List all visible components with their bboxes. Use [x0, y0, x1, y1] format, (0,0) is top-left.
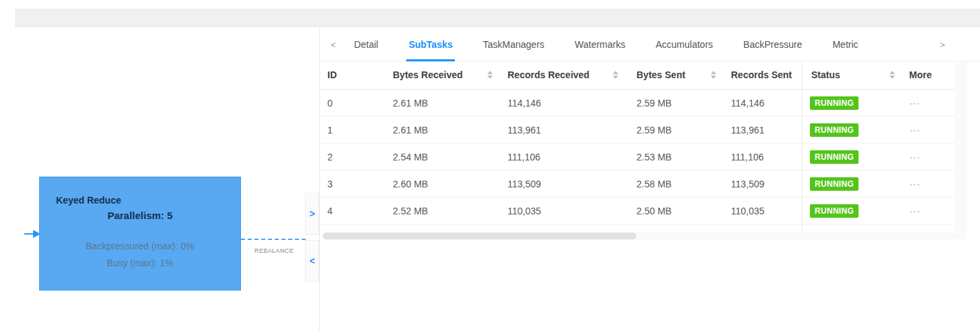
- cell-bytes-received: 2.61 MB: [393, 98, 428, 109]
- node-parallelism: Parallelism: 5: [40, 210, 240, 221]
- node-backpressured: Backpressured (max): 0%: [40, 241, 240, 251]
- cell-bytes-received: 2.60 MB: [393, 179, 428, 189]
- cell-records-received: 113,509: [508, 179, 541, 189]
- cell-records-received: 113,961: [508, 125, 541, 136]
- table-row: 1 2.61 MB 113,961 2.59 MB 113,961 RUNNIN…: [320, 117, 955, 144]
- status-badge: RUNNING: [810, 177, 859, 191]
- more-actions-button[interactable]: ···: [910, 98, 921, 108]
- column-header-more: More: [909, 69, 931, 80]
- tab-taskmanagers[interactable]: TaskManagers: [483, 28, 545, 61]
- subtasks-table-body: 0 2.61 MB 114,146 2.59 MB 114,146 RUNNIN…: [320, 90, 967, 224]
- tab-subtasks[interactable]: SubTasks: [408, 28, 452, 61]
- horizontal-scrollbar-track[interactable]: [323, 232, 955, 240]
- sort-icon[interactable]: [487, 71, 493, 79]
- tabs-scroll-next-icon[interactable]: >: [940, 40, 945, 50]
- cell-id: 0: [327, 98, 333, 109]
- cell-bytes-received: 2.52 MB: [393, 206, 428, 216]
- table-row: 4 2.52 MB 110,035 2.50 MB 110,035 RUNNIN…: [320, 198, 955, 224]
- cell-bytes-received: 2.54 MB: [393, 152, 428, 162]
- cell-records-received: 111,106: [508, 152, 541, 162]
- cell-records-received: 114,146: [508, 98, 541, 109]
- flink-job-detail-screen: Keyed Reduce Parallelism: 5 Backpressure…: [0, 0, 980, 331]
- node-title: Keyed Reduce: [56, 195, 121, 206]
- caret-up-icon: [487, 71, 493, 74]
- sort-icon[interactable]: [890, 71, 895, 79]
- sort-icon[interactable]: [711, 71, 716, 79]
- horizontal-scrollbar-thumb[interactable]: [323, 233, 636, 239]
- cell-id: 3: [327, 179, 333, 189]
- cell-id: 2: [327, 152, 333, 162]
- cell-id: 1: [327, 125, 333, 136]
- cell-records-sent: 111,106: [731, 152, 764, 162]
- status-badge: RUNNING: [810, 204, 859, 218]
- cell-bytes-sent: 2.59 MB: [636, 125, 672, 136]
- job-vertex-node[interactable]: Keyed Reduce Parallelism: 5 Backpressure…: [39, 177, 241, 291]
- tab-watermarks[interactable]: Watermarks: [575, 28, 626, 61]
- cell-records-sent: 113,961: [731, 125, 765, 136]
- status-badge: RUNNING: [810, 96, 859, 110]
- table-row: 2 2.54 MB 111,106 2.53 MB 111,106 RUNNIN…: [320, 144, 955, 171]
- tabs-scroll-prev-icon[interactable]: <: [331, 40, 336, 50]
- fixed-column-divider: [802, 61, 802, 240]
- top-header-bar: [15, 9, 980, 27]
- detail-tab-bar: < Detail SubTasks TaskManagers Watermark…: [320, 28, 980, 61]
- column-header-id: ID: [327, 69, 337, 80]
- column-header-records-received: Records Received: [508, 69, 589, 80]
- chevron-right-icon: >: [309, 208, 315, 219]
- tab-metric[interactable]: Metric: [832, 28, 858, 61]
- collapse-panel-button[interactable]: <: [305, 240, 319, 282]
- column-header-bytes-sent: Bytes Sent: [636, 69, 685, 80]
- cell-records-sent: 110,035: [731, 206, 765, 216]
- caret-down-icon: [613, 76, 618, 79]
- table-row: 0 2.61 MB 114,146 2.59 MB 114,146 RUNNIN…: [320, 90, 955, 117]
- subtasks-table-header: ID Bytes Received Records Received Bytes…: [320, 61, 967, 90]
- cell-records-received: 110,035: [508, 206, 541, 216]
- tabs-list: Detail SubTasks TaskManagers Watermarks …: [354, 28, 859, 61]
- more-actions-button[interactable]: ···: [910, 152, 921, 162]
- more-actions-button[interactable]: ···: [910, 125, 921, 135]
- edge-rebalance-label: REBALANCE: [254, 247, 294, 254]
- cell-bytes-received: 2.61 MB: [393, 125, 428, 136]
- output-edge-dashed-line: [241, 239, 306, 240]
- table-row: 3 2.60 MB 113,509 2.58 MB 113,509 RUNNIN…: [320, 171, 955, 198]
- caret-down-icon: [711, 76, 716, 79]
- cell-bytes-sent: 2.53 MB: [636, 152, 672, 162]
- tab-detail[interactable]: Detail: [354, 28, 379, 61]
- table-scrollbar-gutter: [955, 62, 967, 239]
- cell-records-sent: 114,146: [731, 98, 765, 109]
- more-actions-button[interactable]: ···: [910, 179, 921, 189]
- tab-accumulators[interactable]: Accumulators: [655, 28, 713, 61]
- status-badge: RUNNING: [810, 123, 859, 137]
- caret-up-icon: [711, 71, 716, 74]
- node-busy: Busy (max): 1%: [40, 258, 240, 268]
- caret-down-icon: [890, 76, 895, 79]
- column-header-status: Status: [811, 69, 840, 80]
- cell-bytes-sent: 2.50 MB: [636, 206, 672, 216]
- caret-down-icon: [487, 76, 493, 79]
- column-header-records-sent: Records Sent: [731, 69, 792, 80]
- cell-bytes-sent: 2.59 MB: [636, 98, 672, 109]
- status-badge: RUNNING: [810, 150, 859, 164]
- expand-panel-button[interactable]: >: [305, 193, 319, 235]
- more-actions-button[interactable]: ···: [910, 206, 921, 216]
- cell-id: 4: [327, 206, 333, 216]
- caret-up-icon: [890, 71, 895, 74]
- chevron-left-icon: <: [309, 255, 315, 266]
- sort-icon[interactable]: [613, 71, 618, 79]
- tab-backpressure[interactable]: BackPressure: [743, 28, 802, 61]
- column-header-bytes-received: Bytes Received: [393, 69, 463, 80]
- caret-up-icon: [613, 71, 618, 74]
- cell-records-sent: 113,509: [731, 179, 765, 189]
- cell-bytes-sent: 2.58 MB: [636, 179, 672, 189]
